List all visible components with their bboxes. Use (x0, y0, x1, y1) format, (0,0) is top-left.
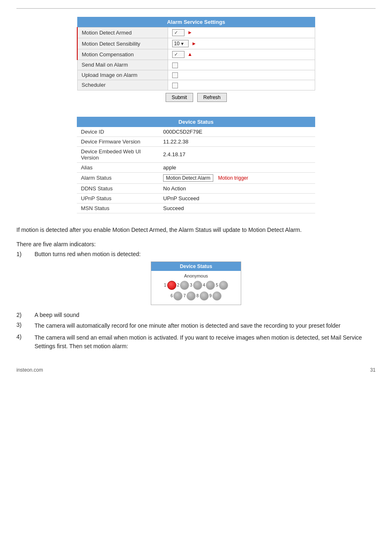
upload-image-checkbox[interactable] (172, 72, 178, 78)
top-divider (16, 8, 376, 9)
indicator-1: 1) Button turns red when motion is detec… (16, 251, 376, 257)
mini-btn-5[interactable] (219, 281, 228, 290)
refresh-button[interactable]: Refresh (197, 93, 227, 102)
checkbox-dropdown-armed[interactable]: ✓ (172, 29, 184, 36)
motion-trigger-text: Motion trigger (218, 175, 248, 181)
mini-panel-alias: Anonymous (155, 273, 237, 278)
arrow-icon: ► (191, 41, 196, 46)
footer: insteon.com 31 (16, 367, 376, 373)
row-value: ✓ ► (168, 28, 315, 38)
table-row: Alias apple (77, 162, 315, 172)
table-row: UPnP Status UPnP Succeed (77, 193, 315, 203)
device-status-title: Device Status (77, 117, 315, 127)
row-label: Send Mail on Alarm (77, 60, 168, 70)
row-value: 2.4.18.17 (159, 146, 315, 162)
row-value: No Action (159, 183, 315, 193)
row-label: Upload Image on Alarm (77, 70, 168, 80)
indicator-2: 2) A beep will sound (16, 312, 376, 318)
mini-btn-4[interactable] (206, 281, 215, 290)
indicator-3-text: The camera will automatically record for… (35, 321, 341, 330)
indicator-4: 4) The camera will send an email when mo… (16, 333, 376, 351)
checkbox-dropdown-compensation[interactable]: ✓ (172, 51, 184, 58)
row-value: Motion Detect Alarm Motion trigger (159, 172, 315, 183)
table-row: Scheduler (77, 80, 315, 90)
indicator-1-prefix: 1) (16, 251, 35, 257)
table-row: Motion Compensation ✓ ▲ (77, 49, 315, 60)
row-label: Alarm Status (77, 172, 159, 183)
row-label: MSN Status (77, 203, 159, 213)
btn-num-6: 6 (171, 294, 173, 298)
submit-button[interactable]: Submit (166, 93, 193, 102)
mini-btn-1[interactable] (167, 281, 176, 290)
row-label: UPnP Status (77, 193, 159, 203)
btn-num-8: 8 (196, 294, 199, 298)
indicator-4-text: The camera will send an email when motio… (35, 333, 376, 351)
row-value (168, 70, 315, 80)
table-row: Device ID 000DC5D2F79E (77, 127, 315, 137)
mini-buttons-row1: 1 2 3 4 5 (155, 281, 237, 290)
row-value: 10 ▼ ► (168, 38, 315, 49)
row-value: UPnP Succeed (159, 193, 315, 203)
row-label: Device ID (77, 127, 159, 137)
alarm-settings-table: Alarm Service Settings Motion Detect Arm… (77, 17, 315, 104)
alarm-status-badge: Motion Detect Alarm (163, 174, 213, 182)
button-row: Submit Refresh (77, 90, 315, 104)
btn-num-2: 2 (177, 283, 180, 287)
arrow-icon: ▲ (187, 51, 192, 57)
row-label: DDNS Status (77, 183, 159, 193)
table-row: Alarm Status Motion Detect Alarm Motion … (77, 172, 315, 183)
table-row: DDNS Status No Action (77, 183, 315, 193)
alarm-settings-title: Alarm Service Settings (77, 17, 315, 28)
btn-num-1: 1 (164, 283, 166, 287)
row-value (168, 80, 315, 90)
mini-panel-title: Device Status (151, 262, 241, 271)
scheduler-checkbox[interactable] (172, 83, 178, 88)
mini-btn-8[interactable] (200, 291, 209, 301)
indicator-3-prefix: 3) (16, 321, 35, 328)
btn-num-4: 4 (203, 283, 205, 287)
row-label: Device Embeded Web UI Version (77, 146, 159, 162)
table-row: Device Embeded Web UI Version 2.4.18.17 (77, 146, 315, 162)
table-row: Send Mail on Alarm (77, 60, 315, 70)
mini-btn-7[interactable] (187, 291, 196, 301)
footer-page: 31 (370, 367, 376, 373)
body-text-motion-detect: If motion is detected after you enable M… (16, 226, 376, 234)
table-row: MSN Status Succeed (77, 203, 315, 213)
row-label: Device Firmware Version (77, 136, 159, 146)
mini-btn-6[interactable] (173, 291, 182, 301)
row-label: Motion Detect Armed (77, 28, 168, 38)
sensibility-input[interactable]: 10 ▼ (172, 40, 189, 47)
row-value: ✓ ▲ (168, 49, 315, 60)
footer-site: insteon.com (16, 367, 43, 373)
indicator-title: There are five alarm indicators: (16, 241, 376, 247)
row-value: 11.22.2.38 (159, 136, 315, 146)
btn-num-7: 7 (183, 294, 186, 298)
row-label: Motion Compensation (77, 49, 168, 60)
row-value: 000DC5D2F79E (159, 127, 315, 137)
mini-btn-9[interactable] (212, 291, 221, 301)
indicator-2-prefix: 2) (16, 312, 35, 318)
indicator-4-prefix: 4) (16, 333, 35, 340)
mini-buttons-row2: 6 7 8 9 (155, 291, 237, 301)
mini-device-panel: Device Status Anonymous 1 2 3 4 5 6 7 8 … (151, 261, 241, 305)
table-row: Device Firmware Version 11.22.2.38 (77, 136, 315, 146)
table-row: Motion Detect Sensibility 10 ▼ ► (77, 38, 315, 49)
indicator-3: 3) The camera will automatically record … (16, 321, 376, 330)
mini-btn-2[interactable] (180, 281, 189, 290)
table-row: Upload Image on Alarm (77, 70, 315, 80)
btn-num-3: 3 (190, 283, 192, 287)
indicator-1-text: Button turns red when motion is detected… (35, 251, 141, 257)
device-status-table: Device Status Device ID 000DC5D2F79E Dev… (77, 117, 315, 213)
btn-num-5: 5 (216, 283, 218, 287)
row-label: Motion Detect Sensibility (77, 38, 168, 49)
btn-num-9: 9 (210, 294, 212, 298)
row-value: apple (159, 162, 315, 172)
mini-btn-3[interactable] (193, 281, 202, 290)
send-mail-checkbox[interactable] (172, 62, 178, 68)
row-value (168, 60, 315, 70)
arrow-icon: ► (187, 30, 192, 35)
table-row: Motion Detect Armed ✓ ► (77, 28, 315, 38)
row-value: Succeed (159, 203, 315, 213)
row-label: Alias (77, 162, 159, 172)
indicator-2-text: A beep will sound (35, 312, 79, 318)
